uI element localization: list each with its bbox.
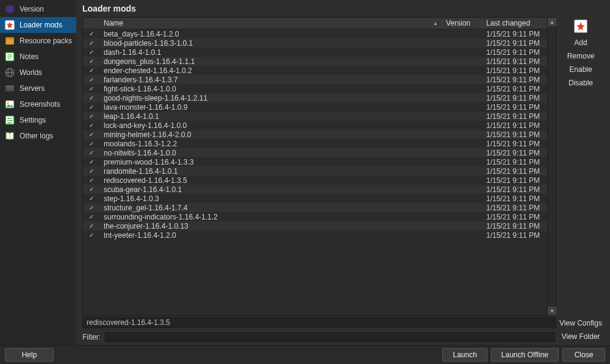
cell-name: rediscovered-1.16.4-1.3.5 — [100, 176, 442, 185]
table-row[interactable]: ✓the-conjurer-1.16.4-1.0.131/15/21 9:11 … — [83, 221, 547, 230]
cell-last: 1/15/21 9:11 PM — [483, 39, 547, 48]
sidebar: VersionLoader modsResource packsNotesWor… — [0, 0, 76, 345]
table-row[interactable]: ✓structure_gel-1.16.4-1.7.41/15/21 9:11 … — [83, 203, 547, 212]
table-row[interactable]: ✓dash-1.16.4-1.0.11/15/21 9:11 PM — [83, 48, 547, 57]
page-title: Loader mods — [82, 4, 136, 13]
sidebar-item-label: Version — [20, 5, 44, 13]
table-rows: ✓beta_days-1.16.4-1.2.01/15/21 9:11 PM✓b… — [83, 29, 547, 315]
cell-name: moolands-1.16.3-1.2.2 — [100, 140, 442, 148]
cell-last: 1/15/21 9:11 PM — [483, 176, 547, 185]
cell-name: leap-1.16.4-1.0.1 — [100, 112, 442, 121]
table-header: Name ▲ Version Last changed — [83, 18, 547, 29]
cell-name: fight-stick-1.16.4-1.0.0 — [100, 85, 442, 93]
box-icon — [4, 35, 16, 47]
col-check[interactable] — [83, 22, 100, 24]
help-button[interactable]: Help — [5, 348, 54, 362]
cell-name: good-nights-sleep-1.16.4-1.2.11 — [100, 94, 442, 102]
svg-point-13 — [7, 102, 9, 104]
cell-last: 1/15/21 9:11 PM — [483, 194, 547, 203]
sidebar-item-screenshots[interactable]: Screenshots — [0, 96, 76, 112]
launch-button[interactable]: Launch — [442, 348, 487, 362]
disable-button[interactable]: Disable — [559, 77, 603, 89]
cell-name: dungeons_plus-1.16.4-1.1.1 — [100, 57, 442, 66]
table-row[interactable]: ✓tnt-yeeter-1.16.4-1.2.01/15/21 9:11 PM — [83, 230, 547, 240]
table-row[interactable]: ✓lock-and-key-1.16.4-1.0.01/15/21 9:11 P… — [83, 121, 547, 130]
check-icon: ✓ — [83, 232, 100, 238]
content: Loader mods Name ▲ Version — [76, 0, 610, 345]
scrollbar[interactable]: ▲ ▼ — [547, 18, 556, 315]
sidebar-item-servers[interactable]: Servers — [0, 80, 76, 96]
cell-name: tnt-yeeter-1.16.4-1.2.0 — [100, 231, 442, 240]
check-icon: ✓ — [83, 67, 100, 74]
table-row[interactable]: ✓fight-stick-1.16.4-1.0.01/15/21 9:11 PM — [83, 84, 547, 93]
scroll-up-icon[interactable]: ▲ — [548, 18, 556, 26]
table-row[interactable]: ✓moolands-1.16.3-1.2.21/15/21 9:11 PM — [83, 139, 547, 148]
table-row[interactable]: ✓rediscovered-1.16.4-1.3.51/15/21 9:11 P… — [83, 176, 547, 185]
add-button[interactable]: Add — [559, 37, 603, 49]
view-folder-button[interactable]: View Folder — [559, 330, 603, 343]
sidebar-item-other-logs[interactable]: Other logs — [0, 128, 76, 144]
table-row[interactable]: ✓lava-monster-1.16.4-1.0.91/15/21 9:11 P… — [83, 102, 547, 112]
check-icon: ✓ — [83, 76, 100, 83]
filter-label: Filter: — [82, 333, 101, 341]
launch-offline-button[interactable]: Launch Offline — [491, 348, 559, 362]
cell-name: ender-chested-1.16.4-1.0.2 — [100, 66, 442, 75]
col-name[interactable]: Name ▲ — [100, 18, 442, 29]
check-icon: ✓ — [83, 140, 100, 147]
check-icon: ✓ — [83, 85, 100, 92]
table-row[interactable]: ✓surrounding-indicators-1.16.4-1.1.21/15… — [83, 212, 547, 221]
actions-panel: Add Remove Enable Disable View Configs V… — [556, 17, 605, 345]
col-version[interactable]: Version — [442, 18, 483, 29]
check-icon: ✓ — [83, 186, 100, 193]
remove-button[interactable]: Remove — [559, 50, 603, 62]
footer: Help Launch Launch Offline Close — [0, 345, 610, 364]
table-row[interactable]: ✓mining-helmet-1.16.4-2.0.01/15/21 9:11 … — [83, 130, 547, 139]
sidebar-item-loader-mods[interactable]: Loader mods — [0, 17, 76, 33]
check-icon: ✓ — [83, 30, 100, 37]
cell-last: 1/15/21 9:11 PM — [483, 167, 547, 176]
table-row[interactable]: ✓no-nitwits-1.16.4-1.0.01/15/21 9:11 PM — [83, 148, 547, 157]
sidebar-item-settings[interactable]: Settings — [0, 112, 76, 128]
sidebar-item-notes[interactable]: Notes — [0, 49, 76, 65]
cell-last: 1/15/21 9:11 PM — [483, 231, 547, 240]
table-row[interactable]: ✓farlanders-1.16.4-1.3.71/15/21 9:11 PM — [83, 75, 547, 84]
table-row[interactable]: ✓scuba-gear-1.16.4-1.0.11/15/21 9:11 PM — [83, 185, 547, 194]
svg-point-16 — [8, 118, 9, 119]
cell-last: 1/15/21 9:11 PM — [483, 30, 547, 38]
filter-input[interactable] — [104, 331, 556, 343]
image-icon — [4, 98, 16, 110]
table-row[interactable]: ✓dungeons_plus-1.16.4-1.1.11/15/21 9:11 … — [83, 57, 547, 66]
table-row[interactable]: ✓beta_days-1.16.4-1.2.01/15/21 9:11 PM — [83, 29, 547, 38]
check-icon: ✓ — [83, 131, 100, 138]
table-row[interactable]: ✓ender-chested-1.16.4-1.0.21/15/21 9:11 … — [83, 66, 547, 75]
table-row[interactable]: ✓leap-1.16.4-1.0.11/15/21 9:11 PM — [83, 112, 547, 121]
table-row[interactable]: ✓blood-particles-1.16.3-1.0.11/15/21 9:1… — [83, 38, 547, 48]
cell-name: mining-helmet-1.16.4-2.0.0 — [100, 130, 442, 139]
sidebar-item-worlds[interactable]: Worlds — [0, 65, 76, 80]
sidebar-item-label: Loader mods — [20, 21, 62, 29]
cell-last: 1/15/21 9:11 PM — [483, 213, 547, 221]
view-configs-button[interactable]: View Configs — [559, 317, 603, 329]
svg-point-20 — [9, 122, 10, 123]
star-launcher-icon[interactable] — [574, 20, 587, 33]
col-last[interactable]: Last changed — [483, 18, 547, 29]
table-row[interactable]: ✓good-nights-sleep-1.16.4-1.2.111/15/21 … — [83, 93, 547, 102]
note-icon — [4, 51, 16, 63]
sidebar-item-resource-packs[interactable]: Resource packs — [0, 33, 76, 49]
cell-name: the-conjurer-1.16.4-1.0.13 — [100, 222, 442, 230]
sidebar-item-label: Resource packs — [20, 37, 72, 45]
scroll-down-icon[interactable]: ▼ — [548, 307, 556, 315]
enable-button[interactable]: Enable — [559, 63, 603, 76]
table-row[interactable]: ✓premium-wood-1.16.4-1.3.31/15/21 9:11 P… — [83, 157, 547, 166]
table-row[interactable]: ✓step-1.16.4-1.0.31/15/21 9:11 PM — [83, 194, 547, 203]
star-icon — [4, 19, 16, 31]
close-button[interactable]: Close — [562, 348, 605, 362]
cell-last: 1/15/21 9:11 PM — [483, 66, 547, 75]
cell-name: beta_days-1.16.4-1.2.0 — [100, 30, 442, 38]
sidebar-item-version[interactable]: Version — [0, 1, 76, 17]
check-icon: ✓ — [83, 122, 100, 129]
svg-rect-10 — [5, 87, 14, 91]
cell-last: 1/15/21 9:11 PM — [483, 76, 547, 84]
table-row[interactable]: ✓randomite-1.16.4-1.0.11/15/21 9:11 PM — [83, 166, 547, 176]
check-icon: ✓ — [83, 213, 100, 220]
